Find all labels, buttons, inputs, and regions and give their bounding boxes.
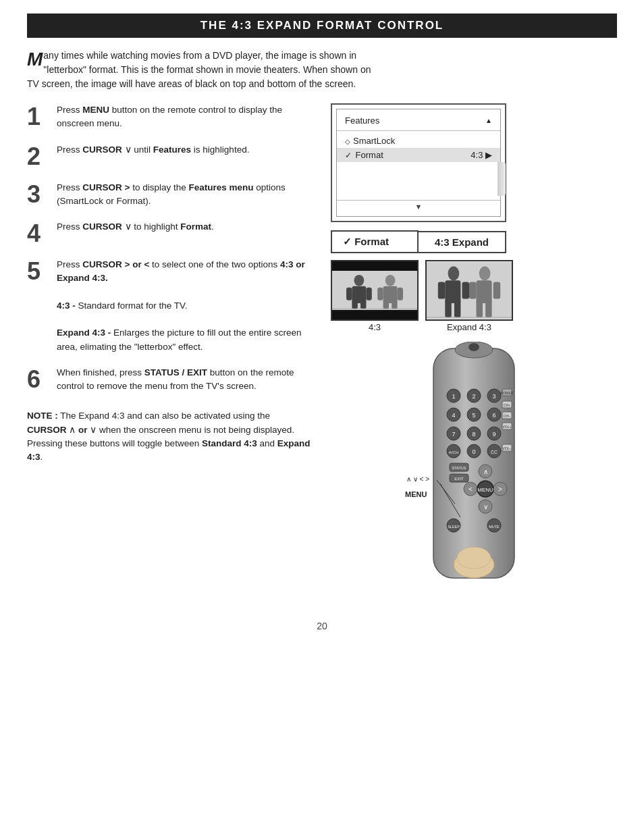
svg-point-1 <box>354 275 365 286</box>
step-6: 6 When finished, press STATUS / EXIT but… <box>27 366 311 394</box>
svg-text:∨: ∨ <box>483 503 488 511</box>
svg-text:5: 5 <box>472 412 475 419</box>
svg-text:MENU: MENU <box>477 487 493 493</box>
menu-annotation: MENU <box>405 490 427 498</box>
svg-rect-23 <box>477 301 483 317</box>
tv-menu-smartlock-label: ◇SmartLock <box>345 136 395 146</box>
svg-point-7 <box>385 275 396 286</box>
right-column: Features ▲ ◇SmartLock ✓ Format 4:3 ▶ <box>331 103 617 600</box>
tv-menu-features-label: Features <box>345 115 379 126</box>
svg-text:CH+: CH+ <box>504 403 510 407</box>
svg-text:∧: ∧ <box>483 468 488 475</box>
step-text-4: Press CURSOR ∨ to highlight Format. <box>57 220 214 234</box>
svg-text:CC: CC <box>491 450 498 454</box>
step-5: 5 Press CURSOR > or < to select one of t… <box>27 258 311 354</box>
intro-text: any times while watching movies from a D… <box>27 50 371 89</box>
people-silhouette-expand43 <box>427 261 512 319</box>
step-1: 1 Press MENU button on the remote contro… <box>27 103 311 131</box>
svg-text:>: > <box>498 486 502 493</box>
note-section: NOTE : The Expand 4:3 and can also be ac… <box>27 409 311 464</box>
svg-point-21 <box>479 266 491 280</box>
svg-text:8: 8 <box>472 431 475 438</box>
svg-text:POWER: POWER <box>501 391 514 395</box>
svg-rect-4 <box>360 301 366 309</box>
svg-text:MUTE: MUTE <box>489 525 500 529</box>
format-label-left: ✓ Format <box>331 230 419 253</box>
svg-text:<: < <box>468 486 473 493</box>
svg-rect-22 <box>477 280 492 303</box>
remote-container: MENU ∧ ∨ < > <box>331 342 617 600</box>
step-text-6: When finished, press STATUS / EXIT butto… <box>57 366 311 394</box>
svg-rect-26 <box>493 282 501 298</box>
step-text-5: Press CURSOR > or < to select one of the… <box>57 258 311 354</box>
step-number-5: 5 <box>27 259 47 284</box>
svg-rect-3 <box>352 301 357 309</box>
svg-text:A/CH: A/CH <box>449 450 458 454</box>
tv-images-row: 4:3 <box>331 260 617 338</box>
svg-rect-18 <box>454 301 460 317</box>
svg-text:SLEEP: SLEEP <box>448 525 460 529</box>
drop-cap: M <box>27 50 43 69</box>
intro-paragraph: M any times while watching movies from a… <box>27 49 378 91</box>
content-area: 1 Press MENU button on the remote contro… <box>27 103 617 600</box>
svg-rect-17 <box>445 301 451 317</box>
tv-menu-inner: Features ▲ ◇SmartLock ✓ Format 4:3 ▶ <box>336 109 501 217</box>
svg-rect-20 <box>462 282 470 298</box>
svg-rect-25 <box>469 282 477 298</box>
svg-rect-9 <box>383 301 389 309</box>
people-silhouette-43 <box>332 269 417 311</box>
svg-text:6: 6 <box>492 412 495 419</box>
step-text-3: Press CURSOR > to display the Features m… <box>57 181 311 209</box>
svg-point-86 <box>457 547 491 569</box>
svg-rect-16 <box>445 280 460 303</box>
page-wrapper: THE 4:3 EXPAND FORMAT CONTROL M any time… <box>0 0 644 834</box>
svg-rect-19 <box>438 282 446 298</box>
svg-text:0: 0 <box>472 448 475 455</box>
arrows-annotation: ∧ ∨ < > <box>406 475 429 483</box>
tv-image-43-content <box>332 269 417 311</box>
tv-menu-row-features: Features ▲ <box>337 113 500 128</box>
svg-rect-0 <box>332 271 417 311</box>
svg-text:9: 9 <box>492 431 495 438</box>
tv-menu-row-smartlock: ◇SmartLock <box>337 134 500 148</box>
step-number-6: 6 <box>27 367 47 392</box>
svg-rect-12 <box>398 288 403 301</box>
tv-menu-row-format: ✓ Format 4:3 ▶ <box>337 148 500 162</box>
format-label-right: 4:3 Expand <box>419 231 506 253</box>
tv-menu-format-value: 4:3 ▶ <box>471 150 492 160</box>
svg-text:1: 1 <box>452 393 455 400</box>
svg-point-15 <box>448 266 460 280</box>
svg-text:CH–: CH– <box>504 414 510 418</box>
tv-menu-bottom-arrow: ▼ <box>337 200 500 212</box>
svg-rect-30 <box>433 348 514 578</box>
svg-rect-6 <box>366 288 371 301</box>
svg-text:STATUS: STATUS <box>452 466 466 470</box>
svg-rect-11 <box>377 288 383 301</box>
svg-text:EXIT: EXIT <box>454 477 464 481</box>
svg-rect-10 <box>392 301 397 309</box>
svg-text:2: 2 <box>472 393 475 400</box>
step-2: 2 Press CURSOR ∨ until Features is highl… <box>27 143 311 169</box>
format-label-row: ✓ Format 4:3 Expand <box>331 230 617 253</box>
page-number: 20 <box>27 621 617 631</box>
left-column: 1 Press MENU button on the remote contro… <box>27 103 311 464</box>
step-3: 3 Press CURSOR > to display the Features… <box>27 181 311 209</box>
step-text-2: Press CURSOR ∨ until Features is highlig… <box>57 143 249 157</box>
tv-menu-screenshot: Features ▲ ◇SmartLock ✓ Format 4:3 ▶ <box>331 103 506 222</box>
tv-label-43: 4:3 <box>331 322 419 332</box>
step-text-1: Press MENU button on the remote control … <box>57 103 311 131</box>
svg-text:3: 3 <box>492 393 495 400</box>
step-number-4: 4 <box>27 221 47 246</box>
page-title: THE 4:3 EXPAND FORMAT CONTROL <box>27 14 617 38</box>
remote-control-svg: 1 2 3 POWER CH+ 4 <box>400 342 548 598</box>
tv-menu-features-arrow: ▲ <box>485 117 492 124</box>
step-number-1: 1 <box>27 105 47 129</box>
svg-text:7: 7 <box>452 431 455 438</box>
svg-text:VOL+: VOL+ <box>503 425 512 429</box>
tv-label-expand43: Expand 4:3 <box>425 322 513 332</box>
svg-rect-5 <box>346 288 352 301</box>
tv-image-expand43-content <box>427 261 512 319</box>
svg-point-32 <box>468 343 479 351</box>
step-number-3: 3 <box>27 182 47 207</box>
svg-text:VOL–: VOL– <box>503 446 512 450</box>
